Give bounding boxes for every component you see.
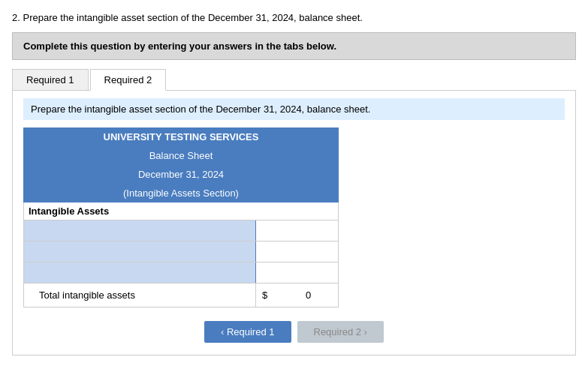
- bs-row-3-input[interactable]: [256, 262, 338, 283]
- balance-sheet: UNIVERSITY TESTING SERVICES Balance Shee…: [23, 128, 339, 308]
- bs-section-label: Intangible Assets: [23, 202, 339, 220]
- bs-total-input[interactable]: [269, 290, 314, 301]
- bs-input-row-1: [23, 220, 339, 242]
- prev-button[interactable]: ‹ Required 1: [204, 321, 291, 343]
- tab-required2[interactable]: Required 2: [90, 69, 167, 91]
- bs-subtitle2: December 31, 2024: [23, 165, 339, 184]
- bs-total-input-cell: $: [255, 284, 338, 307]
- tab-required1[interactable]: Required 1: [12, 69, 89, 90]
- prev-arrow: ‹: [221, 327, 224, 338]
- nav-buttons-row: ‹ Required 1 Required 2 ›: [23, 321, 565, 343]
- bs-row-3-input-cell: [255, 262, 338, 283]
- tab-content: Prepare the intangible asset section of …: [12, 91, 576, 356]
- bs-row-2-input[interactable]: [256, 242, 338, 262]
- bs-total-label: Total intangible assets: [24, 290, 255, 301]
- next-label: Required 2: [314, 326, 362, 338]
- question-text: Prepare the intangible asset section of …: [23, 12, 362, 23]
- bs-title: UNIVERSITY TESTING SERVICES: [23, 128, 339, 146]
- tabs-row: Required 1 Required 2: [12, 69, 576, 91]
- bs-row-1-input[interactable]: [256, 220, 338, 241]
- prev-label: Required 1: [227, 326, 275, 338]
- tab-instruction: Prepare the intangible asset section of …: [23, 98, 565, 120]
- bs-total-row: Total intangible assets $: [23, 284, 339, 308]
- instruction-text: Complete this question by entering your …: [23, 40, 336, 52]
- bs-input-row-3: [23, 262, 339, 284]
- bs-subtitle1: Balance Sheet: [23, 146, 339, 165]
- bs-subtitle3: (Intangible Assets Section): [23, 184, 339, 202]
- instruction-box: Complete this question by entering your …: [12, 32, 576, 60]
- bs-dollar-sign: $: [259, 290, 269, 301]
- question-number: 2.: [12, 12, 20, 23]
- bs-input-row-2: [23, 242, 339, 262]
- bs-row-1-input-cell: [255, 220, 338, 241]
- next-arrow: ›: [364, 327, 367, 338]
- question-header: 2. Prepare the intangible asset section …: [12, 12, 576, 23]
- bs-row-2-input-cell: [255, 242, 338, 262]
- next-button: Required 2 ›: [297, 321, 384, 343]
